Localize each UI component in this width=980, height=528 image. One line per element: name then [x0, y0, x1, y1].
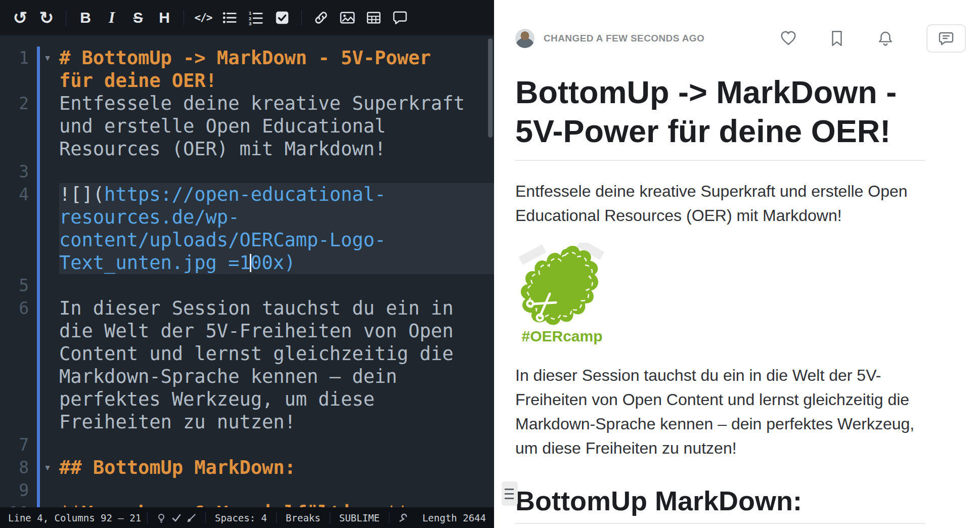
breaks-setting[interactable]: Breaks [283, 512, 324, 523]
undo-icon: ↺ [13, 9, 28, 26]
rendered-paragraph-2: In dieser Session tauchst du ein in die … [515, 363, 925, 460]
preview-pane: CHANGED A FEW SECONDS AGO [494, 0, 980, 528]
heading-button[interactable]: H [151, 3, 177, 32]
fold-spacer [40, 433, 55, 456]
code-button[interactable]: </> [190, 3, 216, 32]
redo-icon: ↻ [39, 9, 54, 26]
statusbar-separator [147, 512, 148, 523]
statusbar-separator [330, 512, 330, 523]
line-number: 4 [0, 183, 29, 274]
fold-spacer [40, 297, 55, 433]
italic-icon: I [109, 9, 115, 27]
redo-button[interactable]: ↻ [33, 3, 60, 32]
line-number: 7 [0, 433, 29, 456]
link-icon [314, 10, 329, 25]
toolbar-separator [66, 10, 66, 25]
toolbar-separator [184, 10, 184, 25]
comment-icon [392, 10, 408, 25]
rendered-paragraph-1: Entfessele deine kreative Superkraft und… [515, 179, 925, 228]
table-button[interactable] [361, 3, 387, 32]
line-number: 6 [0, 297, 29, 433]
link-button[interactable] [308, 3, 334, 32]
bullet-list-button[interactable] [216, 3, 243, 32]
editor-pane: ↺ ↻ B I S H </> 123 [0, 0, 494, 528]
bookmark-icon [829, 30, 844, 47]
bookmark-button[interactable] [829, 30, 844, 47]
code-icon: </> [195, 12, 212, 24]
fold-chevron-icon[interactable]: ▾ [40, 456, 55, 479]
like-button[interactable] [780, 30, 797, 47]
last-changed-label: CHANGED A FEW SECONDS AGO [544, 33, 704, 44]
bold-button[interactable]: B [72, 3, 99, 32]
editor-line-1[interactable]: 1▾# BottomUp -> MarkDown - 5V-Power für … [0, 47, 494, 92]
line-number: 9 [0, 479, 29, 502]
bold-icon: B [80, 9, 91, 26]
fold-spacer [40, 160, 55, 183]
ordered-list-icon: 123 [248, 10, 263, 25]
line-number: 1 [0, 47, 29, 92]
spaces-setting[interactable]: Spaces: 4 [212, 512, 270, 523]
fold-spacer [40, 479, 55, 502]
cursor-position-label: Line 4, Columns 92 — 21 [8, 512, 141, 523]
statusbar-separator [276, 512, 277, 523]
brush-icon[interactable] [184, 510, 199, 525]
code-editor[interactable]: 1▾# BottomUp -> MarkDown - 5V-Power für … [0, 35, 494, 528]
editor-line-8[interactable]: 8▾## BottomUp MarkDown: [0, 456, 494, 479]
svg-text:2: 2 [249, 16, 251, 21]
heading-icon: H [159, 9, 170, 26]
author-avatar[interactable] [515, 29, 534, 48]
image-icon [340, 10, 355, 25]
fold-spacer [40, 92, 55, 160]
fold-spacer [40, 183, 55, 274]
editor-line-7[interactable]: 7 [0, 433, 494, 456]
document-length-label: Length 2644 [422, 512, 486, 523]
table-icon [366, 10, 381, 25]
editor-line-6[interactable]: 6In dieser Session tauchst du ein in die… [0, 297, 494, 433]
line-number: 3 [0, 160, 29, 183]
lightbulb-icon[interactable] [154, 510, 169, 525]
line-number: 8 [0, 456, 29, 479]
heart-icon [780, 30, 797, 47]
checklist-icon [275, 10, 290, 25]
wrench-icon[interactable] [395, 510, 411, 525]
fold-spacer [40, 274, 55, 297]
editor-toolbar: ↺ ↻ B I S H </> 123 [0, 0, 494, 35]
editor-line-9[interactable]: 9 [0, 479, 494, 502]
preview-body: BottomUp -> MarkDown - 5V-Power für dein… [515, 73, 925, 524]
editor-line-3[interactable]: 3 [0, 160, 494, 183]
svg-text:3: 3 [249, 21, 251, 25]
checklist-button[interactable] [269, 3, 295, 32]
feedback-button[interactable] [926, 24, 966, 53]
line-number: 2 [0, 92, 29, 160]
svg-text:1: 1 [249, 11, 251, 16]
strikethrough-button[interactable]: S [125, 3, 151, 32]
statusbar-separator [205, 512, 206, 523]
rendered-heading-1: BottomUp -> MarkDown - 5V-Power für dein… [515, 73, 925, 161]
comment-button[interactable] [387, 3, 413, 32]
markdown-editor-app: ↺ ↻ B I S H </> 123 [0, 0, 980, 528]
status-bar: Line 4, Columns 92 — 21 [0, 507, 494, 528]
bell-icon [877, 30, 894, 47]
bullet-list-icon [222, 10, 237, 25]
fold-chevron-icon[interactable]: ▾ [40, 47, 55, 92]
ordered-list-button[interactable]: 123 [243, 3, 269, 32]
notifications-button[interactable] [877, 30, 894, 47]
undo-button[interactable]: ↺ [7, 3, 33, 32]
spellcheck-icon[interactable] [169, 510, 184, 525]
editor-line-4[interactable]: 4![](https://open-educational-resources.… [0, 183, 494, 274]
oercamp-logo-caption: #OERcamp [515, 328, 609, 345]
toolbar-separator [301, 10, 302, 25]
split-resize-grip[interactable] [502, 481, 518, 506]
editor-line-2[interactable]: 2Entfessele deine kreative Superkraft un… [0, 92, 494, 160]
editor-lines: 1▾# BottomUp -> MarkDown - 5V-Power für … [0, 35, 494, 524]
italic-button[interactable]: I [99, 3, 125, 32]
keymap-setting[interactable]: SUBLIME [336, 512, 383, 523]
editor-scrollbar-thumb[interactable] [488, 38, 493, 138]
rendered-heading-2: BottomUp MarkDown: [515, 487, 925, 524]
image-button[interactable] [334, 3, 361, 32]
statusbar-separator [389, 512, 389, 523]
line-number: 5 [0, 274, 29, 297]
chat-bubble-icon [938, 30, 954, 47]
editor-line-5[interactable]: 5 [0, 274, 494, 297]
strikethrough-icon: S [133, 10, 143, 26]
